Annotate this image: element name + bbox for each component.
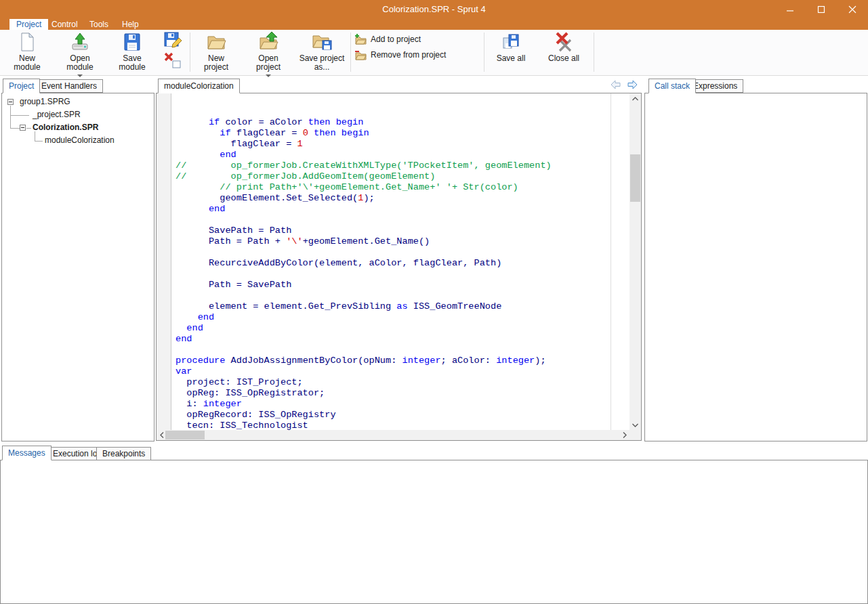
menu-bar: Project Control Tools Help bbox=[0, 19, 868, 30]
arrow-left-icon bbox=[610, 79, 621, 90]
menu-control[interactable]: Control bbox=[45, 19, 85, 30]
navigate-back-button[interactable] bbox=[610, 79, 621, 90]
tab-event-handlers[interactable]: Event Handlers bbox=[35, 79, 103, 93]
save-module-icon bbox=[121, 31, 143, 53]
horizontal-scroll-thumb[interactable] bbox=[165, 431, 205, 439]
toolbar-separator bbox=[350, 33, 351, 72]
new-module-icon bbox=[16, 31, 38, 53]
tab-breakpoints[interactable]: Breakpoints bbox=[96, 447, 151, 460]
tree-item-group[interactable]: group1.SPRG bbox=[20, 97, 70, 106]
horizontal-scrollbar[interactable] bbox=[157, 430, 629, 440]
tree-line bbox=[10, 106, 11, 128]
tree-line bbox=[10, 115, 29, 116]
tree-item-module-colorization[interactable]: moduleColorization bbox=[45, 135, 115, 145]
toolbar-separator bbox=[484, 33, 484, 72]
toolbar-separator bbox=[190, 33, 190, 72]
tab-project[interactable]: Project bbox=[3, 79, 40, 93]
maximize-icon bbox=[817, 5, 825, 14]
code-content: if color = aColor then begin if flagClea… bbox=[175, 95, 552, 430]
open-project-dropdown-icon[interactable] bbox=[266, 74, 271, 77]
navigate-forward-button[interactable] bbox=[627, 79, 638, 90]
save-all-button[interactable]: Save all bbox=[489, 31, 533, 63]
menu-tools[interactable]: Tools bbox=[83, 19, 115, 30]
menu-project[interactable]: Project bbox=[9, 19, 48, 30]
remove-from-project-icon bbox=[354, 49, 367, 61]
close-button[interactable] bbox=[837, 0, 868, 19]
menu-help[interactable]: Help bbox=[115, 19, 146, 30]
window-title: Colorization.SPR - Sprut 4 bbox=[0, 0, 868, 19]
close-module-button[interactable] bbox=[163, 51, 182, 72]
project-tree-panel: group1.SPRG _project.SPR Colorization.SP… bbox=[1, 93, 154, 441]
open-project-icon bbox=[257, 31, 279, 53]
call-stack-panel bbox=[644, 93, 867, 441]
minimize-icon bbox=[786, 5, 794, 14]
tree-expander-icon[interactable] bbox=[7, 99, 14, 105]
new-project-icon bbox=[205, 31, 227, 53]
add-to-project-button[interactable]: Add to project bbox=[354, 33, 421, 45]
toolbar: New module Open module Save module bbox=[0, 30, 868, 76]
new-module-button[interactable]: New module bbox=[5, 31, 49, 72]
save-module-as-button[interactable] bbox=[163, 31, 182, 52]
save-project-as-icon bbox=[311, 31, 333, 53]
save-all-icon bbox=[500, 31, 522, 53]
tab-call-stack[interactable]: Call stack bbox=[648, 79, 696, 93]
tree-line bbox=[35, 141, 43, 142]
tree-line bbox=[35, 131, 35, 141]
remove-from-project-button[interactable]: Remove from project bbox=[354, 49, 446, 61]
tree-item-colorization-spr[interactable]: Colorization.SPR bbox=[33, 123, 98, 132]
add-to-project-icon bbox=[354, 33, 367, 45]
vertical-scroll-thumb[interactable] bbox=[630, 154, 640, 202]
minimize-button[interactable] bbox=[774, 0, 806, 19]
save-module-button[interactable]: Save module bbox=[109, 31, 155, 72]
open-module-dropdown-icon[interactable] bbox=[77, 74, 83, 77]
close-all-button[interactable]: Close all bbox=[542, 31, 585, 63]
scroll-right-icon[interactable] bbox=[619, 430, 629, 440]
tree-line bbox=[26, 128, 31, 129]
new-project-button[interactable]: New project bbox=[195, 31, 237, 72]
tree-item-project-spr[interactable]: _project.SPR bbox=[33, 110, 81, 119]
maximize-button[interactable] bbox=[806, 0, 837, 19]
close-icon bbox=[848, 5, 856, 14]
messages-panel bbox=[0, 460, 868, 604]
scrollbar-corner bbox=[629, 430, 641, 440]
tree-expander-icon[interactable] bbox=[20, 125, 26, 131]
code-editor[interactable]: if color = aColor then begin if flagClea… bbox=[172, 93, 629, 430]
open-module-icon bbox=[69, 31, 91, 53]
code-editor-panel: if color = aColor then begin if flagClea… bbox=[156, 93, 642, 441]
open-project-button[interactable]: Open project bbox=[245, 31, 291, 77]
arrow-right-icon bbox=[627, 79, 638, 90]
editor-gutter bbox=[157, 93, 171, 430]
tab-module-colorization[interactable]: moduleColorization bbox=[158, 79, 240, 93]
toolbar-separator bbox=[594, 33, 594, 72]
scroll-up-icon[interactable] bbox=[629, 93, 641, 104]
tab-messages[interactable]: Messages bbox=[2, 446, 51, 460]
vertical-scrollbar[interactable] bbox=[629, 93, 641, 430]
tree-line bbox=[10, 128, 20, 129]
close-all-icon bbox=[553, 31, 575, 53]
scroll-down-icon[interactable] bbox=[629, 420, 641, 430]
open-module-button[interactable]: Open module bbox=[56, 31, 104, 77]
close-module-icon bbox=[163, 51, 182, 70]
save-module-as-icon bbox=[163, 31, 182, 50]
save-project-as-button[interactable]: Save project as... bbox=[297, 31, 347, 72]
